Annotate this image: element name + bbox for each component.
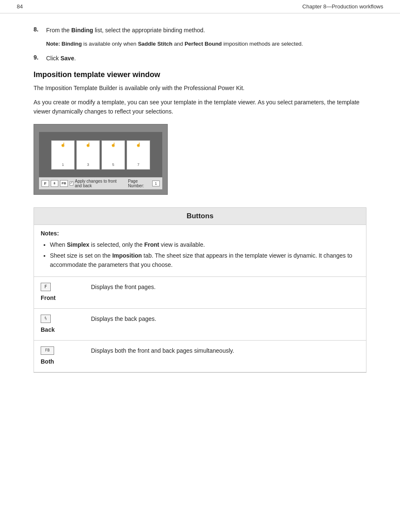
apply-label: Apply changes to front and back: [75, 179, 125, 188]
button-rows-table: F Front Displays the front pages.: [34, 277, 366, 372]
buttons-section: Buttons Notes: When Simplex is selected,…: [34, 207, 366, 373]
template-viewer: ☝ 1 ☝ 3 ☝ 5 ☝ 7: [34, 124, 168, 195]
step-9-text: Click Save.: [46, 54, 366, 63]
both-label: Both: [41, 357, 54, 366]
note-bold2: Saddle Stitch: [138, 41, 172, 47]
viewer-bottom-bar: F 8 FB Apply changes to front and back P…: [39, 177, 162, 189]
page-pin-3: ☝: [111, 142, 116, 147]
notes-label: Notes:: [41, 230, 359, 237]
note1-bold1: Simplex: [67, 241, 89, 248]
back-icon-wrap: ⅘ Back: [41, 315, 78, 334]
page-container: 84 Chapter 8—Production workflows 8. Fro…: [0, 0, 400, 532]
back-cell-desc: Displays the back pages.: [84, 308, 366, 340]
step-9-bold1: Save: [60, 55, 74, 62]
note1-bold2: Front: [144, 241, 159, 248]
back-icon: ⅘: [41, 315, 51, 323]
notes-section: Notes: When Simplex is selected, only th…: [34, 225, 366, 277]
front-row: F Front Displays the front pages.: [34, 277, 366, 309]
both-cell-desc: Displays both the front and back pages s…: [84, 340, 366, 372]
section-heading: Imposition template viewer window: [34, 70, 366, 79]
both-cell-icon: FB Both: [34, 340, 84, 372]
chapter-title: Chapter 8—Production workflows: [302, 3, 383, 10]
back-description: Displays the back pages.: [91, 315, 156, 322]
both-btn[interactable]: FB: [60, 180, 68, 187]
back-cell-icon: ⅘ Back: [34, 308, 84, 340]
step-8-bold1: Binding: [71, 27, 93, 34]
page-number-field[interactable]: 1: [152, 181, 160, 186]
notes-list: When Simplex is selected, only the Front…: [41, 240, 359, 270]
front-description: Displays the front pages.: [91, 284, 156, 290]
step-8-num: 8.: [34, 26, 46, 33]
note-bold3: Perfect Bound: [184, 41, 222, 47]
header-bar: 84 Chapter 8—Production workflows: [0, 0, 400, 13]
page-num-2: 3: [87, 163, 89, 167]
note-item-2: Sheet size is set on the Imposition tab.…: [50, 251, 359, 270]
note2-bold1: Imposition: [112, 252, 142, 259]
back-row: ⅘ Back Displays the back pages.: [34, 308, 366, 340]
note-label: Note: Binding: [46, 41, 82, 47]
front-cell-icon: F Front: [34, 277, 84, 309]
both-description: Displays both the front and back pages s…: [91, 347, 234, 354]
page-pin-1: ☝: [60, 142, 65, 147]
page-num-1: 1: [62, 163, 64, 167]
page-num-4: 7: [137, 163, 139, 167]
back-btn[interactable]: 8: [51, 180, 58, 187]
page-pin-4: ☝: [136, 142, 141, 147]
page-number-label: Page Number:: [128, 179, 151, 188]
front-icon: F: [41, 283, 51, 291]
step-8-note: Note: Binding is available only when Sad…: [46, 40, 366, 48]
step-9: 9. Click Save.: [34, 54, 366, 63]
main-content: 8. From the Binding list, select the app…: [0, 13, 400, 385]
buttons-title: Buttons: [34, 208, 366, 225]
page-box-3: ☝ 5: [101, 140, 125, 170]
page-box-1: ☝ 1: [51, 140, 75, 170]
both-icon-wrap: FB Both: [41, 346, 78, 366]
front-cell-desc: Displays the front pages.: [84, 277, 366, 309]
section-para2: As you create or modify a template, you …: [34, 98, 366, 116]
back-label: Back: [41, 325, 55, 334]
section-para1: The Imposition Template Builder is avail…: [34, 83, 366, 93]
viewer-inner: ☝ 1 ☝ 3 ☝ 5 ☝ 7: [39, 132, 162, 177]
apply-checkbox[interactable]: [70, 181, 73, 186]
step-8: 8. From the Binding list, select the app…: [34, 26, 366, 35]
note-item-1: When Simplex is selected, only the Front…: [50, 240, 359, 249]
page-num-3: 5: [112, 163, 114, 167]
front-btn[interactable]: F: [42, 180, 49, 187]
page-box-2: ☝ 3: [76, 140, 100, 170]
front-icon-wrap: F Front: [41, 283, 78, 302]
step-9-num: 9.: [34, 54, 46, 61]
viewer-pages: ☝ 1 ☝ 3 ☝ 5 ☝ 7: [43, 140, 158, 170]
both-row: FB Both Displays both the front and back…: [34, 340, 366, 372]
page-number: 84: [17, 3, 23, 10]
front-label: Front: [41, 294, 56, 302]
page-box-4: ☝ 7: [127, 140, 150, 170]
page-pin-2: ☝: [86, 142, 91, 147]
step-8-text: From the Binding list, select the approp…: [46, 26, 366, 35]
both-icon: FB: [41, 346, 54, 355]
